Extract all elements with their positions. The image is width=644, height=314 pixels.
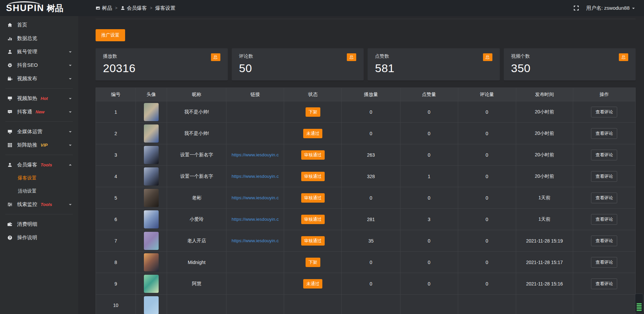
sidebar-item-video-publish[interactable]: 视频发布 [0,72,78,85]
profile-link[interactable]: https://www.iesdouyin.c [226,238,284,243]
stat-card-value: 20316 [103,62,220,75]
profile-link[interactable]: https://www.iesdouyin.c [226,217,284,222]
view-comments-button[interactable]: 查看评论 [591,278,617,289]
chevron-down-icon [68,130,72,134]
sidebar-item-consumption-details[interactable]: 消费明细 [0,217,78,231]
table-row: 8 Midnight 下架 0 0 0 2021-11-28 15:17 查看评… [96,252,636,273]
sidebar-item-account-management[interactable]: 账号管理 [0,45,78,58]
breadcrumb-item-shupin[interactable]: 树品 [96,5,112,11]
sidebar-item-video-heating[interactable]: 视频加热 Hot [0,92,78,105]
cell-action [573,295,635,314]
cell-no: 2 [96,123,136,144]
stat-card-label: 评论数 [239,53,253,59]
sidebar-item-douyin-seo[interactable]: 抖音SEO [0,58,78,72]
sidebar-item-all-media-operation[interactable]: 全媒体运营 [0,125,78,138]
sidebar-item-matrix-boost[interactable]: 矩阵助推 VIP [0,138,78,152]
cell-avatar [136,166,167,187]
cell-publish-time: 2021-11-28 15:19 [516,230,573,252]
cell-action: 查看评论 [573,252,635,273]
view-comments-button[interactable]: 查看评论 [591,193,617,203]
sidebar-item-member-baoke[interactable]: 会员爆客 Tools [0,158,78,171]
avatar [144,167,159,186]
cell-status: 审核通过 [284,187,342,209]
status-button[interactable]: 审核通过 [301,193,325,203]
view-comments-button[interactable]: 查看评论 [591,128,617,139]
logo: SHUPIN 树品 [0,4,78,13]
status-button[interactable]: 未通过 [303,279,322,289]
cell-plays: 0 [342,252,400,273]
status-button[interactable]: 未通过 [303,129,322,138]
cell-likes: 0 [400,144,458,166]
avatar [144,146,159,164]
sidebar-badge: New [36,109,45,114]
status-button[interactable]: 审核通过 [301,172,325,181]
sidebar-item-douketong[interactable]: 抖客通 New [0,105,78,118]
user-icon [7,162,13,167]
cell-likes: 1 [400,166,458,187]
status-button[interactable]: 审核通过 [301,150,325,160]
column-header: 操作 [573,88,635,101]
avatar [144,232,159,250]
view-comments-button[interactable]: 查看评论 [591,214,617,225]
sidebar-item-home[interactable]: 首页 [0,18,78,32]
username-label: 用户名: zswodun88 [586,5,630,11]
view-comments-button[interactable]: 查看评论 [591,150,617,160]
logo-cn: 树品 [47,4,63,12]
cell-status: 审核通过 [284,144,342,166]
cell-status: 未通过 [284,273,342,295]
sidebar-item-label: 消费明细 [17,221,37,227]
cell-status: 下架 [284,101,342,123]
chevron-up-icon [68,163,72,167]
cell-avatar [136,209,167,230]
sidebar-subitem-activity-settings[interactable]: 活动设置 [0,185,78,198]
content-divider [96,16,636,19]
status-button[interactable]: 审核通过 [301,236,325,246]
status-button[interactable]: 下架 [306,107,320,117]
user-menu[interactable]: 用户名: zswodun88 [586,5,635,11]
cell-no: 8 [96,252,136,273]
table-row: 3 设置一个新名字 https://www.iesdouyin.c 审核通过 2… [96,144,636,166]
cell-comments: 0 [458,101,516,123]
profile-link[interactable]: https://www.iesdouyin.c [226,152,284,157]
table-header: 编号头像昵称链接状态播放量点赞量评论量发布时间操作 [96,88,636,101]
cell-comments: 0 [458,166,516,187]
cell-avatar [136,123,167,144]
cell-action: 查看评论 [573,166,635,187]
stat-card-value: 350 [511,62,629,75]
fullscreen-icon[interactable] [574,5,579,11]
status-button[interactable]: 审核通过 [301,215,325,224]
chevron-down-icon [68,97,72,100]
profile-link[interactable]: https://www.iesdouyin.c [226,174,284,179]
breadcrumb-item-member-baoke[interactable]: 会员爆客 [120,5,147,11]
sidebar-subitem-baoke-settings[interactable]: 爆客设置 [0,171,78,185]
sidebar-item-operation-guide[interactable]: 操作说明 [0,231,78,244]
stat-card: 播放数 总 20316 [96,48,228,81]
status-button[interactable]: 下架 [306,258,320,267]
cell-publish-time: 2021-11-28 15:16 [516,273,573,295]
profile-link[interactable]: https://www.iesdouyin.c [226,195,284,200]
cell-status: 审核通过 [284,230,342,252]
sidebar-item-label: 抖客通 [17,109,32,115]
floating-widget[interactable] [635,294,643,313]
cell-plays: 0 [342,187,400,209]
breadcrumb-item-baoke-settings[interactable]: 爆客设置 [155,5,175,11]
view-comments-button[interactable]: 查看评论 [591,107,617,117]
sidebar-item-label: 会员爆客 [17,162,37,168]
cell-action: 查看评论 [573,101,635,123]
view-comments-button[interactable]: 查看评论 [591,257,617,268]
promotion-settings-button[interactable]: 推广设置 [96,29,125,41]
chat-icon [7,109,13,114]
view-comments-button[interactable]: 查看评论 [591,171,617,182]
cell-comments: 0 [458,144,516,166]
table-row: 1 我不是小帅! 下架 0 0 0 20小时前 查看评论 [96,101,636,123]
sidebar-item-data-overview[interactable]: 数据总览 [0,32,78,45]
bar-chart-icon [7,36,13,41]
cell-link [226,273,284,295]
cell-no: 1 [96,101,136,123]
main-content: 推广设置 播放数 总 20316 评论数 总 50 点赞数 总 581 视频个数… [78,16,644,314]
cell-nickname: 老彬 [167,187,226,209]
cell-publish-time: 20小时前 [516,101,573,123]
sidebar-item-clue-monitoring[interactable]: 线索监控 Tools [0,198,78,211]
column-header: 状态 [284,88,342,101]
view-comments-button[interactable]: 查看评论 [591,235,617,246]
